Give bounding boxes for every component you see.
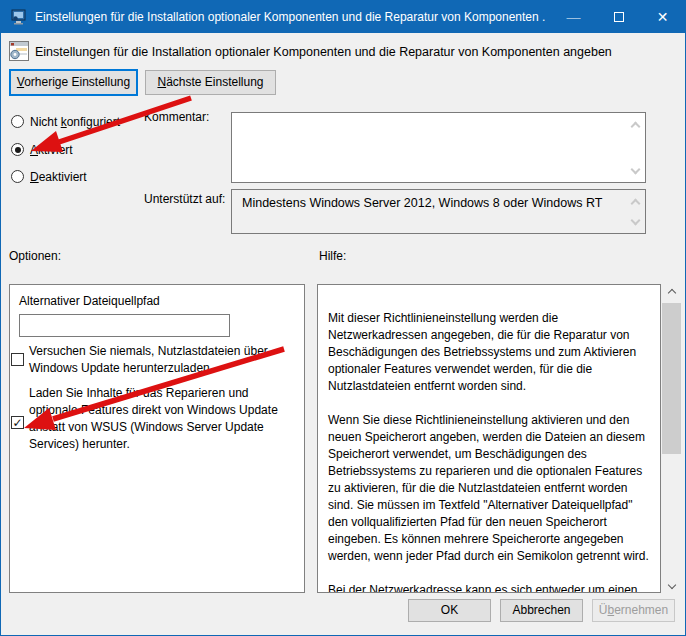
help-scrollbar[interactable] [662,284,681,593]
help-paragraph: Bei der Netzwerkadresse kann es sich ent… [328,582,650,593]
policy-setting-icon [9,41,29,61]
apply-button[interactable]: Übernehmen [592,599,675,622]
next-setting-button[interactable]: Nächste Einstellung [145,70,276,95]
scrollbar-up-button[interactable] [662,284,681,301]
supported-on-value: Mindestens Windows Server 2012, Windows … [242,196,622,210]
close-icon: ✕ [657,9,669,25]
scroll-up-icon [632,196,639,210]
titlebar: Einstellungen für die Installation optio… [1,1,685,33]
checkbox-download-from-windows-update[interactable]: ✓ [11,416,24,429]
help-paragraph: Mit dieser Richtlinieneinstellung werden… [328,310,650,395]
checkbox-download-from-windows-update-label[interactable]: Laden Sie Inhalte für das Reparieren und… [29,385,297,453]
supported-on-box: Mindestens Windows Server 2012, Windows … [231,189,646,234]
scroll-up-icon[interactable] [632,119,639,133]
radio-circle-selected [11,143,24,156]
checkbox-never-download[interactable] [11,353,24,366]
chevron-down-icon [667,580,675,588]
scroll-down-icon [632,213,639,227]
setting-title: Einstellungen für die Installation optio… [35,45,675,59]
alt-source-path-input[interactable] [19,314,230,337]
radio-not-configured[interactable]: Nicht konfiguriert [11,115,120,131]
options-section-label: Optionen: [9,249,61,263]
checkbox-never-download-label[interactable]: Versuchen Sie niemals, Nutzlastdateien ü… [29,343,297,377]
comment-textarea[interactable] [231,112,646,183]
scroll-down-icon[interactable] [632,162,639,176]
maximize-button[interactable] [596,1,641,33]
maximize-icon [614,12,624,22]
help-panel: Mit dieser Richtlinieneinstellung werden… [317,284,661,593]
previous-setting-button[interactable]: Vorherige Einstellung [9,69,138,96]
minimize-icon: — [567,9,581,25]
radio-enabled[interactable]: Aktiviert [11,143,73,159]
scrollbar-down-button[interactable] [662,576,681,593]
alt-source-path-label: Alternativer Dateiquellpfad [19,294,160,308]
scrollbar-thumb[interactable] [662,303,681,454]
help-paragraph: Wenn Sie diese Richtlinieneinstellung ak… [328,412,650,565]
close-button[interactable]: ✕ [640,1,685,33]
comment-label: Kommentar: [144,110,209,124]
ok-button[interactable]: OK [408,599,491,622]
window-title: Einstellungen für die Installation optio… [35,1,545,33]
radio-circle [11,115,24,128]
help-section-label: Hilfe: [319,249,346,263]
minimize-button[interactable]: — [551,1,596,33]
help-text: Mit dieser Richtlinieneinstellung werden… [318,285,660,593]
options-panel: Alternativer Dateiquellpfad Versuchen Si… [9,284,305,593]
radio-circle [11,170,24,183]
chevron-up-icon [667,288,675,296]
radio-disabled[interactable]: Deaktiviert [11,170,87,186]
cancel-button[interactable]: Abbrechen [500,599,583,622]
supported-on-label: Unterstützt auf: [144,192,225,206]
group-policy-setting-dialog: Einstellungen für die Installation optio… [0,0,686,636]
window-icon [11,9,27,25]
